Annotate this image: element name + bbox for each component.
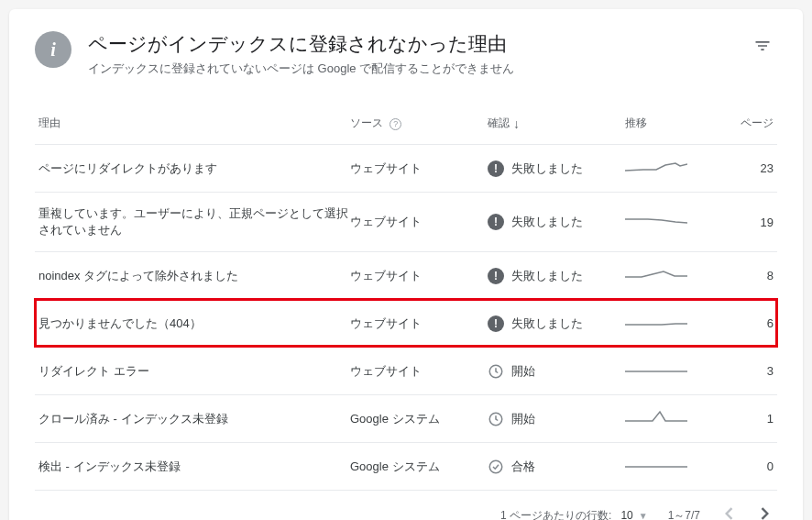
- status-cell: !失敗しました: [488, 268, 625, 284]
- pages-cell: 23: [717, 161, 774, 175]
- status-cell: 合格: [488, 459, 625, 475]
- svg-point-2: [489, 460, 502, 473]
- rows-per-page: 1 ページあたりの行数: 10 ▼: [500, 508, 648, 521]
- status-label: 失敗しました: [511, 315, 583, 332]
- table-row[interactable]: リダイレクト エラーウェブサイト開始3: [35, 347, 777, 394]
- col-header-pages[interactable]: ページ: [717, 116, 774, 131]
- col-header-source[interactable]: ソース ?: [350, 116, 488, 131]
- table-row[interactable]: 見つかりませんでした（404）ウェブサイト!失敗しました6: [35, 299, 777, 347]
- clock-icon: [488, 363, 504, 380]
- table-row[interactable]: 検出 - インデックス未登録Google システム合格0: [35, 442, 777, 490]
- reason-cell: リダイレクト エラー: [38, 363, 350, 380]
- reason-cell: 検出 - インデックス未登録: [38, 459, 350, 475]
- status-label: 失敗しました: [511, 160, 583, 177]
- source-cell: Google システム: [350, 411, 488, 427]
- col-header-trend[interactable]: 推移: [625, 116, 717, 131]
- source-cell: ウェブサイト: [350, 268, 488, 284]
- pages-cell: 8: [717, 269, 774, 282]
- pages-cell: 19: [717, 216, 774, 229]
- header-text: ページがインデックスに登録されなかった理由 インデックスに登録されていないページ…: [88, 31, 748, 77]
- status-cell: 開始: [488, 411, 625, 427]
- trend-cell: [625, 265, 717, 286]
- col-header-source-label: ソース: [350, 116, 383, 129]
- trend-cell: [625, 212, 717, 233]
- rows-per-page-select[interactable]: 10 ▼: [620, 509, 647, 520]
- pages-cell: 6: [717, 316, 774, 330]
- rows-per-page-label: 1 ページあたりの行数:: [500, 508, 611, 521]
- index-reasons-card: i ページがインデックスに登録されなかった理由 インデックスに登録されていないペ…: [9, 9, 803, 520]
- error-icon: !: [488, 160, 504, 177]
- trend-cell: [625, 313, 717, 334]
- rows-per-page-value: 10: [620, 509, 632, 520]
- error-icon: !: [488, 268, 504, 284]
- table-header-row: 理由 ソース ? 確認 ↓ 推移 ページ: [35, 103, 777, 144]
- source-cell: ウェブサイト: [350, 315, 488, 332]
- trend-cell: [625, 408, 717, 429]
- table-footer: 1 ページあたりの行数: 10 ▼ 1～7/7: [35, 490, 777, 520]
- status-cell: !失敗しました: [488, 315, 625, 332]
- table-row[interactable]: ページにリダイレクトがありますウェブサイト!失敗しました23: [35, 144, 777, 192]
- trend-cell: [625, 360, 717, 382]
- help-icon[interactable]: ?: [390, 118, 401, 130]
- reason-cell: 見つかりませんでした（404）: [38, 315, 350, 332]
- card-subtitle: インデックスに登録されていないページは Google で配信することができません: [88, 61, 748, 77]
- clock-icon: [488, 411, 504, 427]
- check-icon: [488, 459, 504, 475]
- error-icon: !: [488, 315, 504, 332]
- status-label: 開始: [511, 411, 535, 427]
- pages-cell: 1: [717, 412, 774, 426]
- status-label: 合格: [511, 459, 535, 475]
- status-cell: !失敗しました: [488, 160, 625, 177]
- status-label: 開始: [511, 363, 535, 380]
- prev-page-button[interactable]: [720, 503, 737, 520]
- status-label: 失敗しました: [511, 268, 583, 284]
- col-header-reason[interactable]: 理由: [38, 116, 350, 131]
- info-icon: i: [35, 31, 71, 68]
- next-page-button[interactable]: [757, 503, 774, 520]
- source-cell: ウェブサイト: [350, 363, 488, 380]
- status-cell: !失敗しました: [488, 214, 625, 230]
- table-row[interactable]: 重複しています。ユーザーにより、正規ページとして選択されていませんウェブサイト!…: [35, 192, 777, 251]
- sort-arrow-icon: ↓: [513, 116, 520, 131]
- card-header: i ページがインデックスに登録されなかった理由 インデックスに登録されていないペ…: [35, 31, 777, 77]
- status-cell: 開始: [488, 363, 625, 380]
- source-cell: Google システム: [350, 459, 488, 475]
- pages-cell: 3: [717, 364, 774, 378]
- table-row[interactable]: クロール済み - インデックス未登録Google システム開始1: [35, 394, 777, 442]
- pages-cell: 0: [717, 459, 774, 473]
- reason-cell: 重複しています。ユーザーにより、正規ページとして選択されていません: [38, 205, 350, 238]
- source-cell: ウェブサイト: [350, 214, 488, 230]
- reason-cell: noindex タグによって除外されました: [38, 268, 350, 284]
- error-icon: !: [488, 214, 504, 230]
- table-body: ページにリダイレクトがありますウェブサイト!失敗しました23重複しています。ユー…: [35, 144, 777, 490]
- table-row[interactable]: noindex タグによって除外されましたウェブサイト!失敗しました8: [35, 251, 777, 299]
- filter-icon[interactable]: [748, 31, 777, 64]
- status-label: 失敗しました: [511, 214, 583, 230]
- col-header-status-label: 確認: [488, 116, 510, 131]
- trend-cell: [625, 158, 717, 179]
- trend-cell: [625, 456, 717, 477]
- reason-cell: ページにリダイレクトがあります: [38, 160, 350, 177]
- reason-cell: クロール済み - インデックス未登録: [38, 411, 350, 427]
- pagination-range: 1～7/7: [668, 508, 700, 521]
- card-title: ページがインデックスに登録されなかった理由: [88, 31, 748, 57]
- dropdown-icon: ▼: [639, 511, 648, 521]
- source-cell: ウェブサイト: [350, 160, 488, 177]
- col-header-status[interactable]: 確認 ↓: [488, 116, 625, 131]
